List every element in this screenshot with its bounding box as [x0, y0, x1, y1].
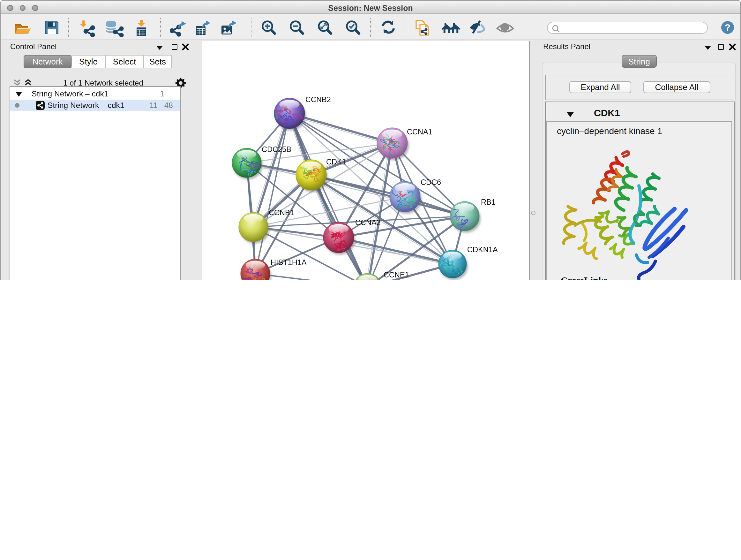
svg-text:HIST1H1A: HIST1H1A [271, 258, 307, 266]
svg-text:CCNE1: CCNE1 [384, 270, 409, 279]
svg-text:CDC25B: CDC25B [262, 145, 291, 153]
svg-text:RB1: RB1 [481, 198, 495, 206]
svg-text:CDKN1A: CDKN1A [467, 245, 498, 253]
svg-text:?: ? [724, 22, 730, 33]
svg-text:CDC6: CDC6 [421, 178, 441, 186]
svg-text:CCNB1: CCNB1 [269, 208, 294, 216]
svg-text:CDK1: CDK1 [326, 158, 346, 166]
svg-text:CCNB2: CCNB2 [306, 95, 331, 104]
svg-text:CCNA2: CCNA2 [355, 218, 381, 226]
svg-text:CCNA1: CCNA1 [407, 127, 432, 136]
